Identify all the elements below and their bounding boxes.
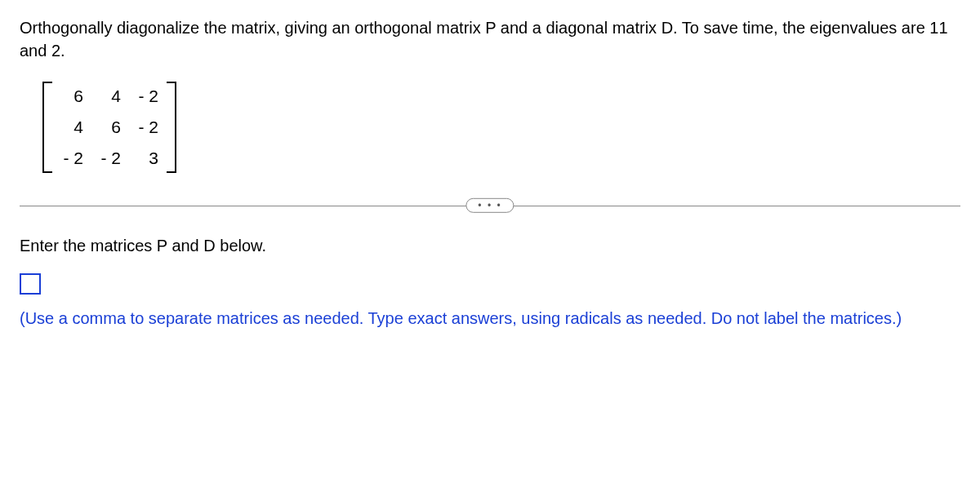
matrix-grid: 6 4 - 2 4 6 - 2 - 2 - 2 3 bbox=[52, 82, 167, 173]
matrix-cell: - 2 bbox=[136, 117, 158, 137]
answer-hint: (Use a comma to separate matrices as nee… bbox=[20, 307, 960, 330]
section-divider: • • • bbox=[20, 196, 960, 215]
matrix-bracket-left bbox=[42, 82, 52, 173]
matrix-cell: 3 bbox=[136, 148, 158, 168]
answer-instruction: Enter the matrices P and D below. bbox=[20, 237, 960, 255]
matrix-cell: 4 bbox=[60, 117, 83, 137]
matrix-cell: 4 bbox=[98, 86, 121, 106]
expand-dots-button[interactable]: • • • bbox=[466, 198, 514, 213]
matrix-cell: 6 bbox=[60, 86, 83, 106]
matrix-display: 6 4 - 2 4 6 - 2 - 2 - 2 3 bbox=[42, 82, 176, 173]
matrix-cell: 6 bbox=[98, 117, 121, 137]
answer-input[interactable] bbox=[20, 273, 41, 295]
question-prompt: Orthogonally diagonalize the matrix, giv… bbox=[20, 16, 960, 62]
matrix-bracket-right bbox=[167, 82, 176, 173]
matrix-cell: - 2 bbox=[98, 148, 121, 168]
matrix-cell: - 2 bbox=[60, 148, 83, 168]
matrix-cell: - 2 bbox=[136, 86, 158, 106]
